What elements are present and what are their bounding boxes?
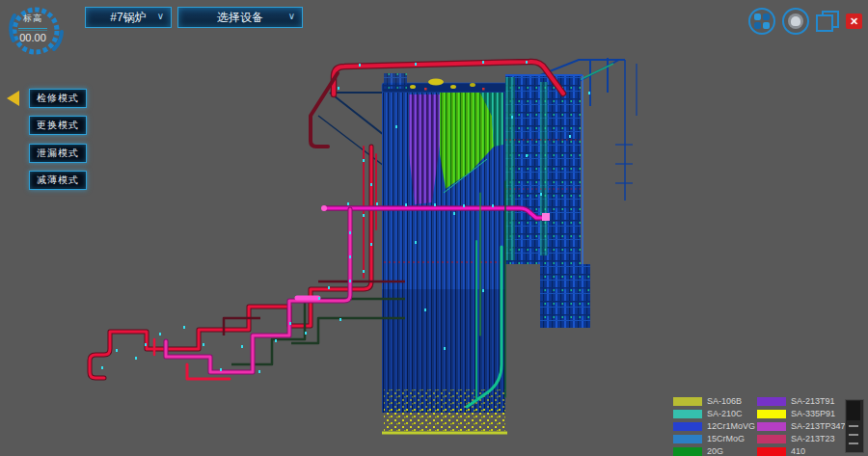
device-select-value: 选择设备 <box>217 10 263 26</box>
legend-swatch <box>673 422 702 431</box>
legend-label: 20G <box>707 447 723 456</box>
legend-swatch <box>673 410 702 418</box>
mode-button-thinning[interactable]: 减薄模式 <box>29 171 87 190</box>
legend-item[interactable]: SA-106B <box>673 397 755 406</box>
legend-swatch <box>757 410 786 418</box>
model-viewport[interactable] <box>0 0 868 456</box>
mode-button-leak[interactable]: 泄漏模式 <box>29 144 87 163</box>
legend-scrollbar[interactable] <box>845 399 864 453</box>
legend-item[interactable]: 15CrMoG <box>673 435 755 443</box>
scrollbar-tick <box>849 434 858 436</box>
legend-column-right: SA-213T91 SA-335P91 SA-213TP347H SA-213T… <box>757 397 852 456</box>
legend-item[interactable]: SA-213T91 <box>757 397 852 406</box>
legend-item[interactable]: 410 <box>757 447 852 456</box>
elevation-gauge: 标高 00.00 <box>4 0 68 60</box>
legend-swatch <box>757 397 786 406</box>
legend-label: SA-213TP347H <box>791 422 852 431</box>
home-view-icon[interactable] <box>782 8 809 35</box>
legend-label: SA-106B <box>707 397 742 406</box>
legend-label: 12Cr1MoVG <box>707 422 755 431</box>
gauge-value: 00.00 <box>4 32 62 43</box>
mode-button-replace[interactable]: 更换模式 <box>29 116 87 135</box>
mode-button-overhaul[interactable]: 检修模式 <box>29 89 87 108</box>
switch-window-icon[interactable] <box>816 11 839 32</box>
legend-label: 15CrMoG <box>707 435 745 443</box>
left-riser-pipes <box>90 147 376 379</box>
legend-column-left: SA-106B SA-210C 12Cr1MoVG 15CrMoG 20G <box>673 397 755 456</box>
layout-grid-icon[interactable] <box>748 8 775 35</box>
convection-pass-structure <box>505 75 590 328</box>
back-framework <box>318 93 384 166</box>
steam-drum <box>382 73 507 93</box>
scrollbar-tick <box>849 425 858 427</box>
legend-item[interactable]: 12Cr1MoVG <box>673 422 755 431</box>
legend-swatch <box>673 447 702 456</box>
boiler-select-dropdown[interactable]: #7锅炉 ∨ <box>85 7 172 28</box>
legend-item[interactable]: SA-213TP347H <box>757 422 852 431</box>
window-controls: ✕ <box>748 7 862 36</box>
legend-item[interactable]: SA-210C <box>673 410 755 418</box>
legend-swatch <box>673 397 702 406</box>
boiler-3d-model <box>0 0 868 456</box>
app-window: 标高 00.00 #7锅炉 ∨ 选择设备 ∨ ✕ 检修模式 更换模式 泄漏模式 … <box>0 0 868 456</box>
legend-swatch <box>757 435 786 443</box>
gauge-label: 标高 <box>4 13 62 25</box>
device-select-dropdown[interactable]: 选择设备 ∨ <box>177 7 303 28</box>
legend-label: SA-335P91 <box>791 410 835 418</box>
legend-swatch <box>757 422 786 431</box>
gauge-divider <box>18 28 47 29</box>
legend-item[interactable]: SA-213T23 <box>757 435 852 443</box>
legend-label: SA-213T23 <box>791 435 835 443</box>
furnace-tube-bank <box>382 93 507 433</box>
boiler-select-value: #7锅炉 <box>110 10 146 26</box>
chevron-down-icon: ∨ <box>288 11 295 21</box>
legend-label: 410 <box>791 447 805 456</box>
chevron-down-icon: ∨ <box>157 11 164 21</box>
panel-collapse-arrow-icon[interactable] <box>7 91 19 106</box>
legend-swatch <box>757 447 786 456</box>
legend-swatch <box>673 435 702 443</box>
legend-label: SA-213T91 <box>791 397 835 406</box>
legend-scrollbar-thumb[interactable] <box>847 401 860 420</box>
legend-item[interactable]: 20G <box>673 447 755 456</box>
scrollbar-tick <box>849 443 858 444</box>
legend-item[interactable]: SA-335P91 <box>757 410 852 418</box>
legend-label: SA-210C <box>707 410 743 418</box>
close-icon[interactable]: ✕ <box>846 13 862 29</box>
